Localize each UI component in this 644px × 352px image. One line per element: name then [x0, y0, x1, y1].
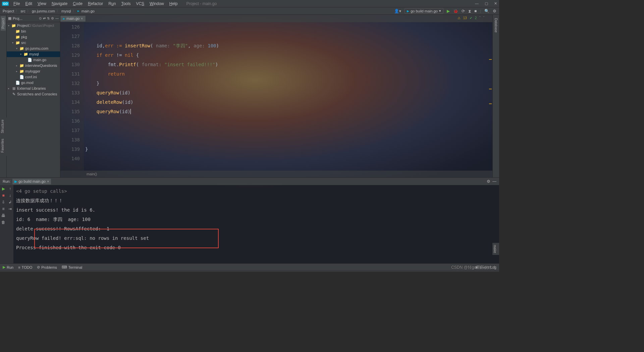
error-stripe[interactable] — [488, 22, 492, 170]
user-icon[interactable]: 👤▾ — [394, 9, 401, 13]
gutter[interactable]: 1261271281291301311321331341351361371381… — [60, 22, 84, 171]
breadcrumb-item[interactable]: main.go — [82, 9, 95, 13]
run-tab-label: go build main.go — [18, 179, 46, 183]
run-bottom-tab[interactable]: ▶Run — [3, 265, 13, 269]
close-icon[interactable]: × — [81, 17, 83, 20]
project-panel: ▦ Proj... ⊙ ⇄ ⇅ ⚙ — ▾📁Project D:\Go\src\… — [7, 15, 60, 177]
todo-bottom-tab[interactable]: ≡TODO — [18, 265, 32, 269]
gear-icon[interactable]: ⚙ — [51, 16, 54, 20]
prev-highlight-icon[interactable]: ˆ — [479, 16, 480, 20]
run-button[interactable]: ▶ — [447, 9, 450, 13]
code-area[interactable]: id,err := insertRow( name: "李四", age: 10… — [84, 22, 492, 171]
rerun-button[interactable]: ▶ — [2, 186, 5, 191]
terminal-bottom-tab[interactable]: ⌨Terminal — [62, 265, 83, 269]
menu-view[interactable]: View — [36, 1, 48, 7]
menu-window[interactable]: Window — [148, 1, 166, 7]
project-icon: ▦ — [8, 16, 11, 20]
menu-help[interactable]: Help — [167, 1, 180, 7]
next-highlight-icon[interactable]: ˇ — [483, 16, 484, 20]
problems-bottom-tab[interactable]: ⊘Problems — [37, 265, 57, 269]
breadcrumb-item[interactable]: Project — [3, 9, 14, 13]
favorites-tool-tab[interactable]: Favorites — [0, 137, 5, 155]
tree-row[interactable]: ▸📁mylogger — [7, 69, 60, 74]
up-icon[interactable]: ↑ — [9, 186, 11, 191]
stop-button[interactable]: ■ — [2, 193, 4, 198]
close-icon[interactable]: × — [47, 179, 49, 183]
menu-navigate[interactable]: Navigate — [50, 1, 69, 7]
warning-count: 13 — [463, 16, 467, 20]
coverage-button[interactable]: ⟳ — [462, 9, 465, 13]
pause-icon[interactable]: ⇩ — [2, 200, 5, 205]
run-toolbar: ▶ ■ ⇩ ≡ 🖶 🗑 ↑ ↓ ↲ ⇥ — [0, 185, 13, 263]
tree-row[interactable]: ▾📁src — [7, 40, 60, 46]
tree-row[interactable]: 📁bin — [7, 29, 60, 34]
gear-icon[interactable]: ⚙ — [493, 9, 496, 13]
wrap-icon[interactable]: ↲ — [8, 200, 12, 205]
stop-button[interactable]: ■ — [474, 9, 477, 13]
pass-count: 2 — [475, 16, 477, 20]
breadcrumb-item[interactable]: go.junmu.com — [32, 9, 55, 13]
tree-row[interactable]: 📄conf.ini — [7, 74, 60, 80]
gear-icon[interactable]: ⚙ — [487, 179, 490, 184]
warning-icon: ⚠ — [458, 16, 461, 20]
minimize-button[interactable]: — — [475, 1, 479, 6]
tree-row[interactable]: ▾📁go.junmu.com — [7, 46, 60, 51]
trash-icon[interactable]: 🗑 — [1, 220, 5, 225]
close-button[interactable]: ✕ — [494, 1, 497, 6]
menu-run[interactable]: Run — [106, 1, 118, 7]
project-tool-tab[interactable]: Project — [1, 16, 6, 31]
title-bar: GO File Edit View Navigate Code Refactor… — [0, 0, 499, 7]
hide-icon[interactable]: — — [55, 16, 59, 20]
pin-icon[interactable]: 🖶 — [1, 213, 5, 218]
make-tool-tab[interactable]: make — [492, 243, 497, 255]
tree-row[interactable]: ✎Scratches and Consoles — [7, 91, 60, 97]
editor-area: ▸ main.go × ⚠ 13 ✔ 2 ˆ ˇ 126127128129130… — [60, 15, 492, 177]
select-opened-icon[interactable]: ⊙ — [39, 16, 42, 20]
tree-row[interactable]: ▸📁interviewQuestionis — [7, 63, 60, 69]
maximize-button[interactable]: ▢ — [485, 1, 488, 6]
down-icon[interactable]: ↓ — [9, 193, 11, 198]
breadcrumb: Project〉 src〉 go.junmu.com〉 mysql〉 ▸ mai… — [3, 8, 95, 13]
tree-row[interactable]: ▸⊞External Libraries — [7, 86, 60, 91]
bottom-tool-tabs: ▶Run ≡TODO ⊘Problems ⌨Terminal ◉Event Lo… — [0, 263, 499, 271]
profile-button[interactable]: ⧗ — [468, 9, 471, 13]
menu-code[interactable]: Code — [71, 1, 85, 7]
menu-edit[interactable]: Edit — [23, 1, 34, 7]
run-config-selector[interactable]: ▶ go build main.go ▾ — [405, 8, 443, 14]
tree-row[interactable]: 📄main.go — [7, 57, 60, 63]
breadcrumb-item[interactable]: mysql — [61, 9, 71, 13]
editor-breadcrumb[interactable]: main() — [60, 171, 492, 177]
go-run-icon: ▶ — [14, 179, 17, 184]
run-tab[interactable]: ▶ go build main.go × — [12, 179, 51, 184]
editor-body[interactable]: 1261271281291301311321331341351361371381… — [60, 22, 492, 171]
watermark: CSDN @转go重开的木木 — [451, 265, 496, 270]
console-output[interactable]: <4 go setup calls>连接数据库成功！！！insert succe… — [13, 185, 499, 263]
hide-icon[interactable]: — — [492, 179, 496, 184]
breadcrumb-item[interactable]: src — [20, 9, 25, 13]
run-body: ▶ ■ ⇩ ≡ 🖶 🗑 ↑ ↓ ↲ ⇥ <4 go setup calls>连接… — [0, 185, 499, 263]
editor-tab[interactable]: ▸ main.go × — [60, 16, 86, 21]
menu-refactor[interactable]: Refactor — [86, 1, 105, 7]
inspections-widget[interactable]: ⚠ 13 ✔ 2 ˆ ˇ — [458, 16, 484, 20]
database-tool-tab[interactable]: Database — [493, 16, 498, 35]
tree-row[interactable]: 📄go.mod — [7, 80, 60, 86]
editor-context: main() — [87, 172, 97, 176]
project-title: Proj... — [13, 16, 38, 20]
tree-row[interactable]: 📁pkg — [7, 34, 60, 40]
debug-button[interactable]: 🐞 — [453, 9, 458, 13]
menu-vcs[interactable]: VCS — [134, 1, 146, 7]
run-header: Run: ▶ go build main.go × ⚙ — — [0, 178, 499, 185]
go-badge-icon: GO — [2, 2, 9, 6]
collapse-icon[interactable]: ⇅ — [47, 16, 50, 20]
expand-icon[interactable]: ⇄ — [43, 16, 46, 20]
window-buttons: — ▢ ✕ — [475, 1, 497, 6]
menu-tools[interactable]: Tools — [119, 1, 132, 7]
menu-file[interactable]: File — [11, 1, 22, 7]
structure-tool-tab[interactable]: Structure — [0, 118, 5, 135]
search-icon[interactable]: 🔍 — [484, 9, 489, 13]
scroll-icon[interactable]: ⇥ — [8, 207, 12, 211]
layout-icon[interactable]: ≡ — [2, 207, 4, 211]
tree-row[interactable]: ▾📁Project D:\Go\src\Project — [7, 23, 60, 29]
tree-row[interactable]: ▾📁mysql — [7, 51, 60, 57]
project-tree[interactable]: ▾📁Project D:\Go\src\Project📁bin📁pkg▾📁src… — [7, 22, 60, 177]
